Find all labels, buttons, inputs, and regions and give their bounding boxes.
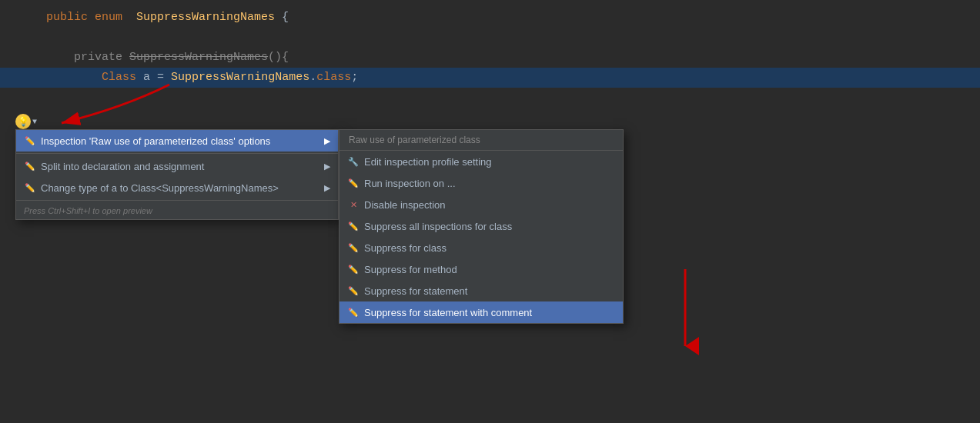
menu-item-run-label: Run inspection on ... — [364, 178, 456, 189]
menu-item-suppress-all[interactable]: ✏️ Suppress all inspections for class — [339, 215, 623, 237]
menu-item-suppress-method-label: Suppress for method — [364, 264, 457, 275]
submenu-arrow-2: ▶ — [324, 162, 330, 172]
suppress-method-icon: ✏️ — [347, 263, 360, 275]
menu-divider-2 — [16, 200, 338, 201]
wrench-icon: 🔧 — [347, 155, 360, 168]
submenu-arrow: ▶ — [324, 136, 330, 146]
run-icon: ✏️ — [347, 177, 360, 189]
menu-item-suppress-statement[interactable]: ✏️ Suppress for statement — [339, 280, 623, 301]
menu-item-inspection-options[interactable]: ✏️ Inspection 'Raw use of parameterized … — [16, 130, 338, 152]
menu-item-disable-label: Disable inspection — [364, 199, 446, 211]
menu-item-split-declaration[interactable]: ✏️ Split into declaration and assignment… — [16, 155, 338, 177]
menu-item-run-inspection[interactable]: ✏️ Run inspection on ... — [339, 172, 623, 194]
right-menu-header: Raw use of parameterized class — [339, 130, 623, 151]
inspect-icon: ✏️ — [24, 135, 36, 147]
menu-item-change-type[interactable]: ✏️ Change type of a to Class<SuppressWar… — [16, 177, 338, 198]
menu-item-edit-label: Edit inspection profile setting — [364, 156, 491, 168]
menu-item-label-3: Change type of a to Class<SuppressWarnin… — [41, 182, 279, 194]
x-icon: ✕ — [347, 198, 360, 211]
menu-item-suppress-class[interactable]: ✏️ Suppress for class — [339, 237, 623, 258]
lightbulb-area[interactable]: 💡 ▼ — [15, 114, 37, 129]
menu-item-suppress-statement-comment[interactable]: ✏️ Suppress for statement with comment — [339, 301, 623, 323]
menu-hint: Press Ctrl+Shift+I to open preview — [16, 202, 338, 219]
menu-item-suppress-comment-label: Suppress for statement with comment — [364, 307, 532, 318]
menu-item-suppress-statement-label: Suppress for statement — [364, 285, 467, 297]
menu-item-suppress-all-label: Suppress all inspections for class — [364, 221, 512, 232]
suppress-comment-icon: ✏️ — [347, 306, 360, 318]
code-line-3: private SuppressWarningNames(){ — [0, 48, 980, 68]
suppress-icon-1: ✏️ — [24, 160, 36, 172]
menu-item-suppress-method[interactable]: ✏️ Suppress for method — [339, 258, 623, 280]
right-submenu: Raw use of parameterized class 🔧 Edit in… — [339, 129, 624, 324]
left-context-menu: ✏️ Inspection 'Raw use of parameterized … — [15, 129, 339, 220]
code-line-4: Class a = SuppressWarningNames.class; — [0, 68, 980, 88]
code-line-2 — [0, 28, 980, 48]
menu-divider-1 — [16, 153, 338, 154]
code-line-1: public enum SuppressWarningNames { — [0, 8, 980, 28]
submenu-arrow-3: ▶ — [324, 183, 330, 193]
menu-item-edit-profile[interactable]: 🔧 Edit inspection profile setting — [339, 151, 623, 172]
menu-item-label: Inspection 'Raw use of parameterized cla… — [41, 135, 270, 147]
suppress-statement-icon: ✏️ — [347, 285, 360, 297]
lightbulb-icon[interactable]: 💡 — [15, 114, 31, 129]
menu-item-disable-inspection[interactable]: ✕ Disable inspection — [339, 194, 623, 215]
suppress-icon-2: ✏️ — [24, 182, 36, 194]
suppress-all-icon: ✏️ — [347, 220, 360, 232]
suppress-class-icon: ✏️ — [347, 241, 360, 254]
menu-item-suppress-class-label: Suppress for class — [364, 242, 447, 254]
menu-item-label-2: Split into declaration and assignment — [41, 161, 204, 172]
lightbulb-dropdown-arrow[interactable]: ▼ — [32, 118, 37, 126]
